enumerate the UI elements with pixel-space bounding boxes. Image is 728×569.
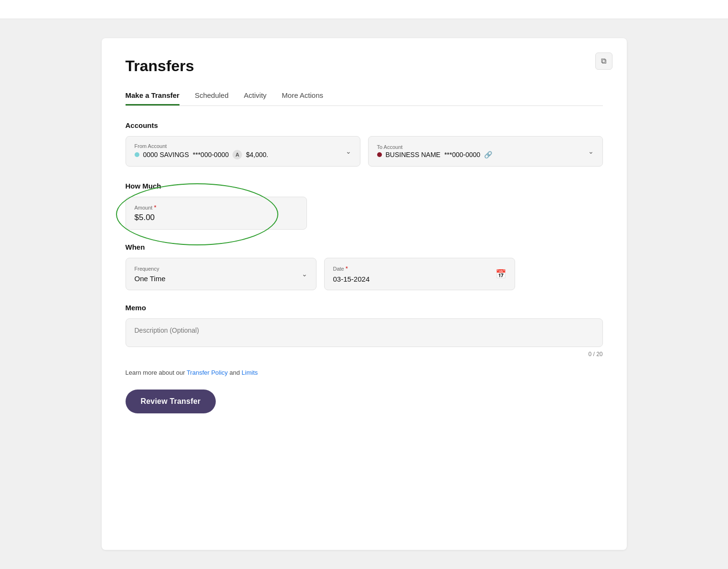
calendar-icon: 📅: [496, 269, 506, 279]
amount-field-label: Amount *: [135, 204, 298, 211]
amount-value: $5.00: [135, 213, 298, 222]
page-title: Transfers: [126, 57, 603, 75]
tab-more-actions[interactable]: More Actions: [282, 86, 323, 105]
from-account-dot: [135, 152, 139, 157]
from-account-name: 0000 SAVINGS: [143, 151, 189, 158]
main-card: ⧉ Transfers Make a Transfer Scheduled Ac…: [102, 38, 627, 550]
copy-icon-button[interactable]: ⧉: [595, 53, 612, 70]
tab-scheduled[interactable]: Scheduled: [195, 86, 229, 105]
tab-make-transfer[interactable]: Make a Transfer: [126, 86, 179, 105]
how-much-label: How Much: [126, 182, 603, 190]
frequency-chevron: ⌄: [302, 270, 307, 278]
accounts-row: From Account 0000 SAVINGS ***000-0000 A …: [126, 136, 603, 167]
required-star: *: [154, 204, 156, 211]
to-account-info: To Account BUSINESS NAME ***000-0000 🔗: [377, 144, 493, 158]
date-field-label: Date *: [333, 265, 370, 272]
from-account-balance: $4,000.: [246, 151, 268, 158]
frequency-info: Frequency One Time: [135, 266, 166, 283]
memo-label: Memo: [126, 304, 603, 312]
link-icon: 🔗: [484, 151, 492, 158]
a-badge: A: [232, 150, 242, 159]
review-transfer-button[interactable]: Review Transfer: [126, 390, 216, 413]
copy-icon: ⧉: [601, 57, 606, 65]
from-account-value: 0000 SAVINGS ***000-0000 A $4,000.: [135, 150, 268, 159]
frequency-field-label: Frequency: [135, 266, 166, 272]
tab-bar: Make a Transfer Scheduled Activity More …: [126, 86, 603, 106]
transfer-policy-link[interactable]: Transfer Policy: [187, 369, 228, 376]
policy-text: Learn more about our Transfer Policy and…: [126, 369, 603, 376]
accounts-section-label: Accounts: [126, 121, 603, 129]
date-field[interactable]: Date * 03-15-2024 📅: [324, 258, 515, 290]
to-account-label: To Account: [377, 144, 493, 150]
memo-input[interactable]: [126, 318, 603, 347]
when-section: When Frequency One Time ⌄ Date *: [126, 243, 603, 290]
to-account-chevron: ⌄: [588, 148, 594, 155]
top-bar: [0, 0, 728, 19]
memo-char-count: 0 / 20: [126, 351, 603, 358]
to-account-name: BUSINESS NAME: [386, 151, 441, 158]
from-account-dropdown[interactable]: From Account 0000 SAVINGS ***000-0000 A …: [126, 136, 360, 167]
when-row: Frequency One Time ⌄ Date * 03-15-2024 📅: [126, 258, 603, 290]
when-label: When: [126, 243, 603, 251]
date-info: Date * 03-15-2024: [333, 265, 370, 283]
from-account-number: ***000-0000: [193, 151, 229, 158]
date-required-star: *: [346, 265, 348, 272]
to-account-dropdown[interactable]: To Account BUSINESS NAME ***000-0000 🔗 ⌄: [368, 136, 603, 167]
from-account-info: From Account 0000 SAVINGS ***000-0000 A …: [135, 143, 268, 159]
to-account-dot: [377, 152, 382, 157]
from-account-label: From Account: [135, 143, 268, 149]
frequency-value: One Time: [135, 274, 166, 283]
limits-link[interactable]: Limits: [242, 369, 258, 376]
memo-section: Memo 0 / 20: [126, 304, 603, 358]
amount-field[interactable]: Amount * $5.00: [126, 197, 307, 230]
date-value: 03-15-2024: [333, 275, 370, 283]
how-much-section: How Much Amount * $5.00: [126, 182, 603, 230]
to-account-number: ***000-0000: [444, 151, 481, 158]
frequency-dropdown[interactable]: Frequency One Time ⌄: [126, 258, 317, 290]
tab-activity[interactable]: Activity: [244, 86, 267, 105]
how-much-oval-wrapper: Amount * $5.00: [126, 197, 307, 230]
to-account-value: BUSINESS NAME ***000-0000 🔗: [377, 151, 493, 158]
from-account-chevron: ⌄: [346, 148, 351, 155]
